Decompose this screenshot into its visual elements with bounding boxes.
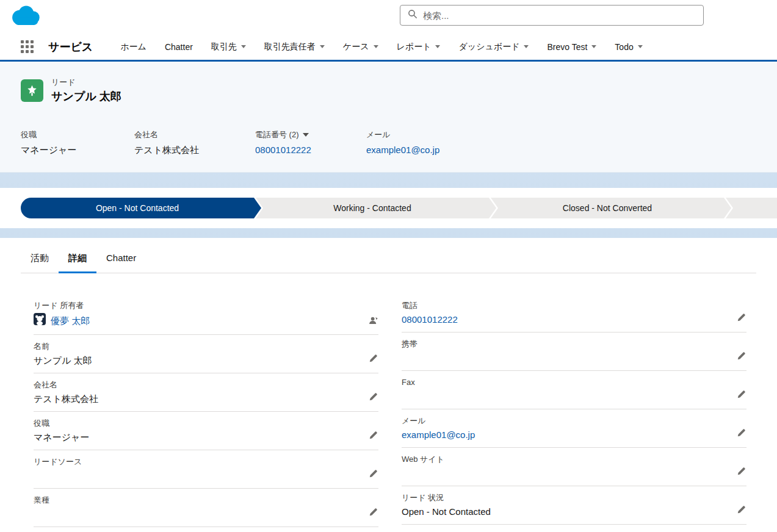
nav-tab-dashboards[interactable]: ダッシュボード — [449, 34, 538, 60]
field-lead-source: リードソース — [34, 450, 378, 489]
highlight-label: 役職 — [21, 129, 127, 140]
edit-pencil-icon[interactable] — [367, 431, 378, 442]
field-title: 役職 マネージャー — [34, 412, 378, 450]
tab-chatter[interactable]: Chatter — [96, 245, 146, 273]
nav-tab-label: ホーム — [120, 41, 146, 52]
edit-pencil-icon[interactable] — [367, 354, 378, 365]
owner-link[interactable]: 優夢 太郎 — [51, 314, 90, 328]
edit-pencil-icon[interactable] — [735, 390, 746, 401]
field-label: Web サイト — [402, 454, 726, 464]
detail-fields: リード 所有者 優夢 太郎 — [21, 273, 756, 532]
path-stage-label: Working - Contacted — [333, 203, 411, 213]
highlight-label: 電話番号 (2) — [255, 129, 299, 140]
field-email: メール example01@co.jp — [402, 409, 746, 448]
search-input[interactable] — [423, 10, 696, 21]
lead-status-path: Open - Not Contacted Working - Contacted… — [21, 198, 777, 218]
nav-tab-chatter[interactable]: Chatter — [156, 34, 202, 60]
nav-tab-label: Brevo Test — [547, 42, 587, 52]
record-header: リード サンプル 太郎 役職 マネージャー 会社名 テスト株式会社 電話番号 (… — [0, 62, 777, 173]
field-value — [34, 508, 358, 521]
tab-details[interactable]: 詳細 — [59, 245, 96, 273]
nav-tab-label: 取引先責任者 — [264, 41, 316, 52]
field-mobile: 携帯 — [402, 332, 746, 371]
chevron-down-icon[interactable] — [374, 45, 378, 48]
edit-pencil-icon[interactable] — [735, 467, 746, 478]
detail-column-left: リード 所有者 優夢 太郎 — [34, 294, 378, 532]
nav-tabs: ホーム Chatter 取引先 取引先責任者 ケース レポート ダッシュボード … — [111, 34, 651, 60]
detail-column-right: 電話 08001012222 携帯 Fax — [402, 294, 746, 532]
search-icon — [408, 9, 417, 21]
entity-row: リード サンプル 太郎 — [21, 78, 777, 102]
record-name: サンプル 太郎 — [51, 89, 121, 104]
field-label: 役職 — [34, 418, 358, 428]
edit-pencil-icon[interactable] — [367, 392, 378, 403]
edit-pencil-icon[interactable] — [367, 469, 378, 480]
edit-pencil-icon[interactable] — [735, 351, 746, 362]
path-stage-closed-not-converted[interactable]: Closed - Not Converted — [491, 198, 724, 218]
chevron-down-icon[interactable] — [591, 45, 596, 48]
field-annual-revenue: 年間売上 — [34, 527, 378, 532]
nav-tab-accounts[interactable]: 取引先 — [202, 34, 255, 60]
highlight-label: メール — [366, 129, 439, 140]
highlight-email: メール example01@co.jp — [366, 129, 447, 156]
field-label: 業種 — [34, 495, 358, 505]
salesforce-logo — [9, 4, 43, 28]
path-stage-working[interactable]: Working - Contacted — [256, 198, 489, 218]
highlight-company: 会社名 テスト株式会社 — [134, 129, 255, 156]
field-industry: 業種 — [34, 489, 378, 527]
field-phone: 電話 08001012222 — [402, 294, 746, 332]
nav-tab-label: Chatter — [165, 42, 193, 52]
chevron-down-icon[interactable] — [524, 45, 529, 48]
field-value — [34, 469, 358, 483]
field-label: 会社名 — [34, 379, 358, 390]
app-launcher-icon[interactable] — [21, 40, 34, 53]
field-label: リードソース — [34, 456, 358, 467]
field-value — [402, 390, 726, 403]
edit-pencil-icon[interactable] — [367, 508, 378, 519]
phone-link[interactable]: 08001012222 — [255, 145, 311, 155]
path-card: Open - Not Contacted Working - Contacted… — [0, 188, 777, 228]
nav-tab-label: ケース — [343, 41, 369, 52]
avatar — [34, 313, 46, 329]
nav-tab-label: レポート — [397, 41, 432, 52]
chevron-down-icon[interactable] — [435, 45, 440, 48]
lead-icon — [21, 79, 43, 102]
edit-pencil-icon[interactable] — [735, 313, 746, 324]
nav-tab-brevo-test[interactable]: Brevo Test — [538, 34, 605, 60]
nav-tab-label: 取引先 — [211, 41, 237, 52]
app-name: サービス — [48, 40, 93, 54]
entity-label: リード — [51, 77, 121, 88]
nav-tab-contacts[interactable]: 取引先責任者 — [255, 34, 334, 60]
phone-link[interactable]: 08001012222 — [402, 314, 458, 325]
field-website: Web サイト — [402, 448, 746, 486]
field-rating: 評価 — [402, 525, 746, 532]
email-link[interactable]: example01@co.jp — [366, 145, 439, 155]
path-stage-next[interactable] — [726, 198, 777, 218]
field-value: マネージャー — [34, 431, 358, 444]
path-stage-open[interactable]: Open - Not Contacted — [21, 198, 254, 218]
field-label: リード 所有者 — [34, 300, 358, 311]
email-link[interactable]: example01@co.jp — [402, 430, 475, 440]
nav-tab-label: ダッシュボード — [458, 41, 519, 52]
phone-dropdown-icon[interactable] — [303, 133, 309, 137]
field-fax: Fax — [402, 371, 746, 409]
nav-tab-todo[interactable]: Todo — [605, 34, 651, 60]
record-tabs: 活動 詳細 Chatter — [21, 245, 756, 273]
edit-pencil-icon[interactable] — [735, 428, 746, 439]
field-value: テスト株式会社 — [34, 392, 358, 406]
nav-tab-home[interactable]: ホーム — [111, 34, 156, 60]
highlight-title: 役職 マネージャー — [21, 129, 134, 156]
field-label: メール — [402, 415, 726, 426]
chevron-down-icon[interactable] — [638, 45, 643, 48]
nav-tab-reports[interactable]: レポート — [388, 34, 450, 60]
change-owner-icon[interactable] — [367, 315, 378, 326]
chevron-down-icon[interactable] — [241, 45, 246, 48]
nav-tab-cases[interactable]: ケース — [334, 34, 388, 60]
path-stage-label: Open - Not Contacted — [96, 203, 179, 213]
highlight-value: マネージャー — [21, 145, 127, 156]
tab-label: 詳細 — [68, 253, 87, 263]
tab-activity[interactable]: 活動 — [21, 245, 59, 273]
chevron-down-icon[interactable] — [320, 45, 325, 48]
edit-pencil-icon[interactable] — [735, 505, 746, 516]
field-value: サンプル 太郎 — [34, 354, 358, 367]
